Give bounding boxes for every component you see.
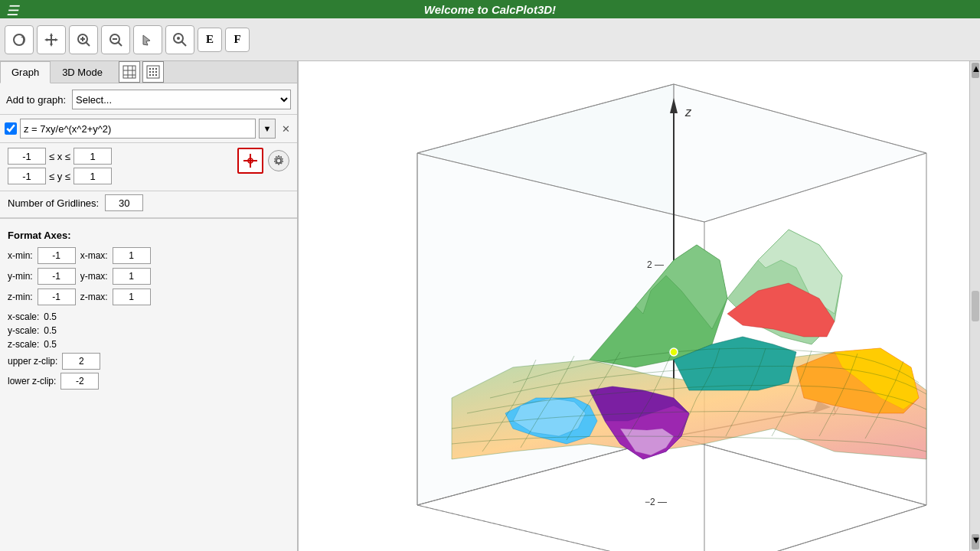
- zoom-out-icon: [107, 31, 124, 48]
- upper-z-clip-input[interactable]: [62, 353, 100, 370]
- x-max-label: x-max:: [80, 250, 108, 261]
- upper-z-clip-label: upper z-clip:: [8, 356, 57, 367]
- svg-rect-7: [46, 39, 57, 41]
- scroll-up-arrow[interactable]: ▲: [972, 63, 979, 78]
- svg-point-36: [276, 158, 281, 163]
- y-scale-row: y-scale: 0.5: [8, 325, 289, 336]
- svg-rect-18: [123, 66, 136, 78]
- add-to-graph-label: Add to graph:: [6, 94, 66, 106]
- zoom-fit-button[interactable]: [165, 25, 194, 54]
- main-layout: Graph 3D Mode: [0, 61, 980, 551]
- grid-icon-dots[interactable]: [142, 61, 164, 83]
- svg-point-27: [149, 71, 151, 73]
- 3d-graph-canvas[interactable]: z 2 — −2 — y −1: [299, 61, 980, 551]
- format-z-min-input[interactable]: [38, 289, 76, 305]
- z-axis-row: z-min: z-max:: [8, 289, 289, 305]
- x-range-label: ≤ x ≤: [49, 151, 70, 162]
- upper-z-clip-row: upper z-clip:: [8, 353, 289, 370]
- svg-point-17: [177, 37, 180, 40]
- svg-point-26: [155, 68, 157, 70]
- app-title: Welcome to CalcPlot3D!: [424, 3, 556, 16]
- lower-z-clip-input[interactable]: [60, 373, 99, 390]
- z-axis-tick-2: 2 —: [647, 259, 664, 270]
- function-dropdown-arrow[interactable]: ▼: [259, 119, 276, 139]
- x-min-label: x-min:: [8, 250, 33, 261]
- y-range-label: ≤ y ≤: [49, 171, 70, 182]
- z-min-label: z-min:: [8, 292, 33, 302]
- svg-line-51: [704, 505, 926, 551]
- z-scale-value: 0.5: [44, 339, 57, 350]
- y-scale-label: y-scale:: [8, 325, 39, 336]
- grid-dots-icon: [146, 65, 160, 79]
- tab-3d-mode[interactable]: 3D Mode: [51, 61, 114, 83]
- x-scale-row: x-scale: 0.5: [8, 311, 289, 322]
- left-panel: Graph 3D Mode: [0, 61, 299, 551]
- x-max-input[interactable]: [74, 148, 112, 165]
- move-button[interactable]: [37, 25, 66, 54]
- function-close-button[interactable]: ✕: [279, 122, 292, 135]
- svg-point-28: [152, 71, 154, 73]
- x-scale-label: x-scale:: [8, 311, 39, 322]
- add-to-graph-row: Add to graph: Select...: [0, 83, 297, 115]
- surface-highlight-point: [670, 348, 678, 356]
- svg-line-16: [182, 41, 187, 46]
- z-axis-tick-neg2: −2 —: [645, 497, 667, 507]
- format-x-min-input[interactable]: [38, 247, 76, 264]
- z-axis-label: z: [684, 106, 692, 119]
- gear-icon: [273, 155, 285, 167]
- tabs-row: Graph 3D Mode: [0, 61, 297, 83]
- canvas-area[interactable]: z 2 — −2 — y −1: [299, 61, 980, 551]
- grid-icons-group: [119, 61, 164, 83]
- format-y-min-input[interactable]: [38, 268, 76, 285]
- x-min-input[interactable]: [8, 148, 46, 165]
- svg-line-14: [119, 42, 122, 46]
- arrow-button[interactable]: [133, 25, 162, 54]
- function-checkbox[interactable]: [5, 122, 17, 135]
- grid-lines-icon: [122, 65, 136, 79]
- settings-button[interactable]: [268, 150, 289, 171]
- menu-icon[interactable]: ☰: [6, 2, 18, 19]
- svg-point-31: [152, 74, 154, 76]
- format-z-max-input[interactable]: [113, 289, 151, 305]
- svg-line-11: [87, 42, 90, 46]
- format-y-max-input[interactable]: [113, 268, 151, 285]
- gridlines-label: Number of Gridlines:: [8, 197, 99, 209]
- f-button[interactable]: F: [225, 28, 250, 52]
- rotate-button[interactable]: [5, 25, 34, 54]
- zoom-out-button[interactable]: [101, 25, 130, 54]
- vertical-scrollbar[interactable]: ▲ ▼: [969, 61, 980, 551]
- y-scale-value: 0.5: [44, 325, 57, 336]
- grid-icon-lines[interactable]: [119, 61, 140, 83]
- svg-point-25: [152, 68, 154, 70]
- add-to-graph-select[interactable]: Select...: [72, 90, 291, 109]
- svg-point-24: [149, 68, 151, 70]
- tab-graph[interactable]: Graph: [0, 61, 51, 83]
- svg-point-32: [155, 74, 157, 76]
- format-axes-section: Format Axes: x-min: x-max: y-min: y-max:…: [0, 223, 297, 399]
- zoom-in-button[interactable]: [69, 25, 98, 54]
- scroll-down-arrow[interactable]: ▼: [972, 534, 979, 549]
- y-max-input[interactable]: [74, 168, 112, 184]
- gridlines-row: Number of Gridlines:: [0, 191, 297, 217]
- format-axes-title: Format Axes:: [8, 230, 289, 241]
- rotate-icon: [11, 31, 28, 48]
- format-x-max-input[interactable]: [113, 247, 151, 264]
- gridlines-input[interactable]: [105, 194, 143, 211]
- lower-z-clip-row: lower z-clip:: [8, 373, 289, 390]
- toolbar: E F: [0, 18, 980, 61]
- y-max-label: y-max:: [80, 271, 108, 282]
- function-input[interactable]: [20, 119, 256, 139]
- e-button[interactable]: E: [198, 28, 222, 52]
- x-scale-value: 0.5: [44, 311, 57, 322]
- lower-z-clip-label: lower z-clip:: [8, 376, 56, 386]
- z-scale-label: z-scale:: [8, 339, 39, 350]
- zoom-fit-icon: [172, 31, 188, 48]
- y-min-input[interactable]: [8, 168, 46, 184]
- svg-point-29: [155, 71, 157, 73]
- function-row: ▼ ✕: [0, 115, 297, 143]
- z-scale-row: z-scale: 0.5: [8, 339, 289, 350]
- crosshair-button[interactable]: [237, 148, 263, 174]
- svg-line-50: [417, 505, 704, 551]
- arrow-icon: [139, 31, 156, 48]
- scroll-thumb[interactable]: [972, 291, 979, 321]
